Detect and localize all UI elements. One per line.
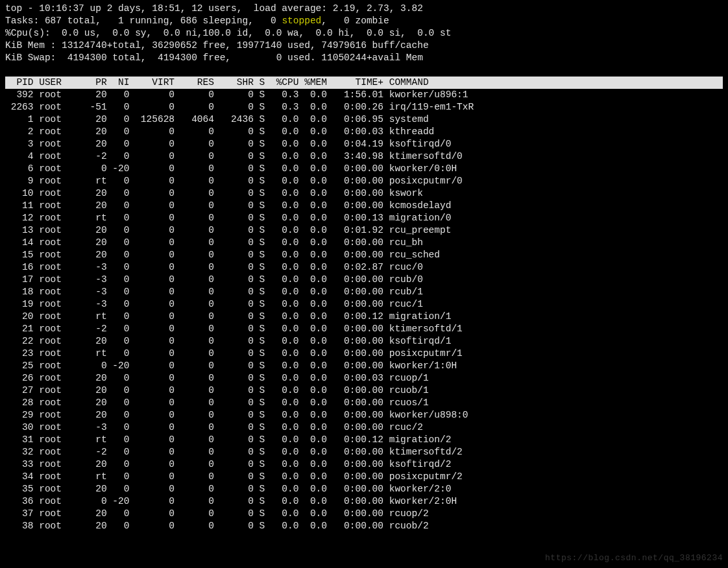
process-row: 392 root 20 0 0 0 0 S 0.3 0.0 1:56.01 kw…	[5, 89, 723, 101]
process-row: 16 root -3 0 0 0 0 S 0.0 0.0 0:02.87 rcu…	[5, 261, 723, 274]
summary-mem: KiB Mem : 13124740+total, 36290652 free,…	[5, 40, 723, 52]
process-table-header: PID USER PR NI VIRT RES SHR S %CPU %MEM …	[5, 77, 723, 89]
process-row: 13 root 20 0 0 0 0 S 0.0 0.0 0:01.92 rcu…	[5, 224, 723, 237]
process-row: 20 root rt 0 0 0 0 S 0.0 0.0 0:00.12 mig…	[5, 311, 723, 323]
process-row: 11 root 20 0 0 0 0 S 0.0 0.0 0:00.00 kcm…	[5, 200, 723, 212]
process-row: 23 root rt 0 0 0 0 S 0.0 0.0 0:00.00 pos…	[5, 348, 723, 360]
summary-swap: KiB Swap: 4194300 total, 4194300 free, 0…	[5, 52, 723, 64]
process-row: 10 root 20 0 0 0 0 S 0.0 0.0 0:00.00 ksw…	[5, 187, 723, 200]
blank-line	[5, 64, 723, 77]
process-row: 19 root -3 0 0 0 0 S 0.0 0.0 0:00.00 rcu…	[5, 298, 723, 311]
process-row: 28 root 20 0 0 0 0 S 0.0 0.0 0:00.00 rcu…	[5, 397, 723, 409]
process-table-body: 392 root 20 0 0 0 0 S 0.3 0.0 1:56.01 kw…	[5, 89, 723, 532]
process-row: 6 root 0 -20 0 0 0 S 0.0 0.0 0:00.00 kwo…	[5, 163, 723, 175]
process-row: 31 root rt 0 0 0 0 S 0.0 0.0 0:00.12 mig…	[5, 434, 723, 446]
process-row: 18 root -3 0 0 0 0 S 0.0 0.0 0:00.00 rcu…	[5, 286, 723, 298]
process-row: 34 root rt 0 0 0 0 S 0.0 0.0 0:00.00 pos…	[5, 471, 723, 483]
process-row: 35 root 20 0 0 0 0 S 0.0 0.0 0:00.00 kwo…	[5, 483, 723, 495]
process-row: 21 root -2 0 0 0 0 S 0.0 0.0 0:00.00 kti…	[5, 323, 723, 335]
process-row: 26 root 20 0 0 0 0 S 0.0 0.0 0:00.03 rcu…	[5, 372, 723, 385]
tasks-stopped: stopped	[282, 16, 321, 26]
process-row: 15 root 20 0 0 0 0 S 0.0 0.0 0:00.00 rcu…	[5, 249, 723, 261]
process-row: 17 root -3 0 0 0 0 S 0.0 0.0 0:00.00 rcu…	[5, 274, 723, 286]
process-row: 2263 root -51 0 0 0 0 S 0.3 0.0 0:00.26 …	[5, 101, 723, 113]
process-row: 38 root 20 0 0 0 0 S 0.0 0.0 0:00.00 rcu…	[5, 520, 723, 532]
summary-tasks: Tasks: 687 total, 1 running, 686 sleepin…	[5, 15, 723, 27]
process-row: 36 root 0 -20 0 0 0 S 0.0 0.0 0:00.00 kw…	[5, 495, 723, 508]
process-row: 27 root 20 0 0 0 0 S 0.0 0.0 0:00.00 rcu…	[5, 385, 723, 397]
process-row: 29 root 20 0 0 0 0 S 0.0 0.0 0:00.00 kwo…	[5, 409, 723, 421]
process-row: 2 root 20 0 0 0 0 S 0.0 0.0 0:00.03 kthr…	[5, 126, 723, 138]
summary-uptime: top - 10:16:37 up 2 days, 18:51, 12 user…	[5, 3, 723, 15]
tasks-b: , 0 zombie	[321, 16, 389, 26]
process-row: 37 root 20 0 0 0 0 S 0.0 0.0 0:00.00 rcu…	[5, 508, 723, 520]
tasks-a: Tasks: 687 total, 1 running, 686 sleepin…	[5, 16, 282, 26]
process-row: 3 root 20 0 0 0 0 S 0.0 0.0 0:04.19 ksof…	[5, 138, 723, 150]
process-row: 32 root -2 0 0 0 0 S 0.0 0.0 0:00.00 kti…	[5, 446, 723, 458]
process-row: 30 root -3 0 0 0 0 S 0.0 0.0 0:00.00 rcu…	[5, 421, 723, 434]
process-row: 22 root 20 0 0 0 0 S 0.0 0.0 0:00.00 kso…	[5, 335, 723, 348]
process-row: 33 root 20 0 0 0 0 S 0.0 0.0 0:00.00 kso…	[5, 458, 723, 471]
watermark: https://blog.csdn.net/qq_38196234	[545, 552, 723, 564]
summary-cpu: %Cpu(s): 0.0 us, 0.0 sy, 0.0 ni,100.0 id…	[5, 27, 723, 40]
process-row: 9 root rt 0 0 0 0 S 0.0 0.0 0:00.00 posi…	[5, 175, 723, 187]
process-row: 14 root 20 0 0 0 0 S 0.0 0.0 0:00.00 rcu…	[5, 237, 723, 249]
process-row: 25 root 0 -20 0 0 0 S 0.0 0.0 0:00.00 kw…	[5, 360, 723, 372]
process-row: 12 root rt 0 0 0 0 S 0.0 0.0 0:00.13 mig…	[5, 212, 723, 224]
process-row: 1 root 20 0 125628 4064 2436 S 0.0 0.0 0…	[5, 113, 723, 126]
terminal-output[interactable]: top - 10:16:37 up 2 days, 18:51, 12 user…	[0, 0, 728, 535]
process-row: 4 root -2 0 0 0 0 S 0.0 0.0 3:40.98 ktim…	[5, 150, 723, 163]
